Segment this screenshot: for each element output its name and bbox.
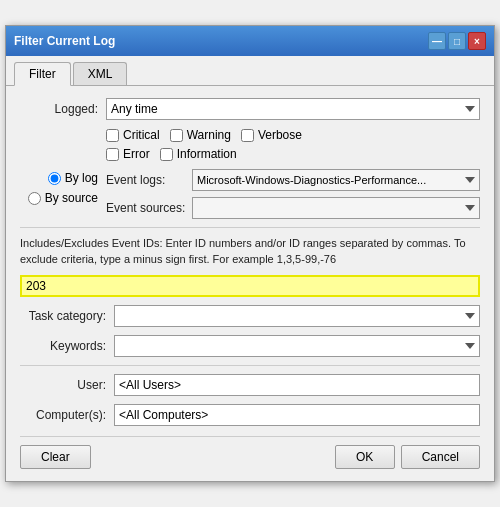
filter-dialog: Filter Current Log — □ × Filter XML Logg… — [5, 25, 495, 482]
warning-checkbox-item: Warning — [170, 128, 231, 142]
logged-label: Logged: — [20, 102, 98, 116]
information-checkbox-item: Information — [160, 147, 237, 161]
logged-select[interactable]: Any time Last hour Last 12 hours Last 24… — [106, 98, 480, 120]
event-level-row2: Error Information — [106, 147, 480, 161]
clear-button[interactable]: Clear — [20, 445, 91, 469]
user-input[interactable] — [114, 374, 480, 396]
computer-label: Computer(s): — [20, 408, 106, 422]
tab-xml[interactable]: XML — [73, 62, 128, 85]
event-logs-select[interactable]: Microsoft-Windows-Diagnostics-Performanc… — [192, 169, 480, 191]
user-label: User: — [20, 378, 106, 392]
warning-checkbox[interactable] — [170, 129, 183, 142]
dialog-title: Filter Current Log — [14, 34, 115, 48]
button-row: Clear OK Cancel — [20, 436, 480, 469]
by-log-radio-item: By log — [48, 171, 98, 185]
maximize-button[interactable]: □ — [448, 32, 466, 50]
cancel-button[interactable]: Cancel — [401, 445, 480, 469]
by-log-label: By log — [65, 171, 98, 185]
logged-row: Logged: Any time Last hour Last 12 hours… — [20, 98, 480, 120]
keywords-label: Keywords: — [20, 339, 106, 353]
error-label: Error — [123, 147, 150, 161]
computer-input[interactable] — [114, 404, 480, 426]
minimize-button[interactable]: — — [428, 32, 446, 50]
verbose-checkbox[interactable] — [241, 129, 254, 142]
by-source-radio[interactable] — [28, 192, 41, 205]
event-sources-select[interactable] — [192, 197, 480, 219]
close-button[interactable]: × — [468, 32, 486, 50]
radio-col: By log By source — [20, 169, 106, 205]
information-label: Information — [177, 147, 237, 161]
by-source-radio-item: By source — [28, 191, 98, 205]
user-row: User: — [20, 374, 480, 396]
event-logs-label: Event logs: — [106, 173, 186, 187]
information-checkbox[interactable] — [160, 148, 173, 161]
help-text: Includes/Excludes Event IDs: Enter ID nu… — [20, 236, 480, 267]
critical-checkbox[interactable] — [106, 129, 119, 142]
by-source-label: By source — [45, 191, 98, 205]
warning-label: Warning — [187, 128, 231, 142]
keywords-row: Keywords: — [20, 335, 480, 357]
filter-content: Logged: Any time Last hour Last 12 hours… — [6, 86, 494, 481]
by-log-radio[interactable] — [48, 172, 61, 185]
error-checkbox[interactable] — [106, 148, 119, 161]
tab-filter[interactable]: Filter — [14, 62, 71, 86]
event-id-input[interactable] — [20, 275, 480, 297]
title-bar-controls: — □ × — [428, 32, 486, 50]
event-level-row1: Critical Warning Verbose — [106, 128, 480, 142]
task-category-row: Task category: — [20, 305, 480, 327]
log-source-section: By log By source Event logs: Microsoft-W… — [20, 169, 480, 219]
task-category-label: Task category: — [20, 309, 106, 323]
verbose-label: Verbose — [258, 128, 302, 142]
event-sources-label: Event sources: — [106, 201, 186, 215]
error-checkbox-item: Error — [106, 147, 150, 161]
critical-checkbox-item: Critical — [106, 128, 160, 142]
critical-label: Critical — [123, 128, 160, 142]
event-logs-row: Event logs: Microsoft-Windows-Diagnostic… — [106, 169, 480, 191]
ok-button[interactable]: OK — [335, 445, 395, 469]
divider-2 — [20, 365, 480, 366]
event-id-row — [20, 275, 480, 297]
keywords-select[interactable] — [114, 335, 480, 357]
tabs-bar: Filter XML — [6, 56, 494, 86]
event-sources-row: Event sources: — [106, 197, 480, 219]
divider-1 — [20, 227, 480, 228]
title-bar: Filter Current Log — □ × — [6, 26, 494, 56]
task-category-select[interactable] — [114, 305, 480, 327]
verbose-checkbox-item: Verbose — [241, 128, 302, 142]
radio-fields: Event logs: Microsoft-Windows-Diagnostic… — [106, 169, 480, 219]
computer-row: Computer(s): — [20, 404, 480, 426]
